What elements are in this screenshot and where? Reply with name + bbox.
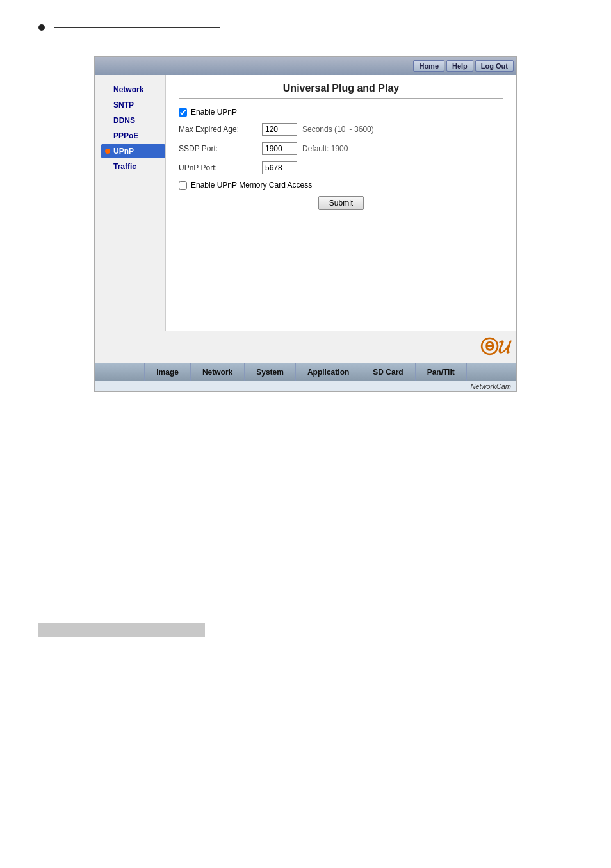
sidebar-item-pppoe[interactable]: PPPoE: [101, 129, 165, 143]
enable-upnp-label: Enable UPnP: [191, 108, 237, 117]
nav-system[interactable]: System: [245, 363, 296, 381]
camera-ui-box: Home Help Log Out Network SNTP DDNS: [94, 56, 517, 392]
max-expired-age-label: Max Expired Age:: [179, 125, 262, 134]
sidebar-item-sntp[interactable]: SNTP: [101, 98, 165, 112]
sidebar-item-upnp[interactable]: UPnP: [101, 144, 165, 158]
max-expired-age-input[interactable]: [262, 123, 297, 136]
max-expired-age-hint: Seconds (10 ~ 3600): [302, 125, 374, 134]
home-button[interactable]: Home: [413, 60, 444, 72]
ssdp-port-input[interactable]: [262, 142, 297, 155]
content-area: Network SNTP DDNS PPPoE UPnP: [95, 75, 516, 331]
nav-image[interactable]: Image: [144, 363, 191, 381]
top-bullet-icon: [38, 24, 45, 31]
bottom-nav: Image Network System Application SD Card…: [95, 363, 516, 381]
lower-content: [0, 392, 611, 662]
top-underline: [54, 27, 220, 28]
sidebar-item-traffic[interactable]: Traffic: [101, 160, 165, 174]
nav-sdcard[interactable]: SD Card: [361, 363, 415, 381]
enable-upnp-checkbox[interactable]: [179, 108, 187, 117]
enable-upnp-row: Enable UPnP: [179, 108, 503, 117]
nav-pantilt[interactable]: Pan/Tilt: [416, 363, 467, 381]
logout-button[interactable]: Log Out: [475, 60, 514, 72]
upnp-port-label: UPnP Port:: [179, 163, 262, 172]
lower-gray-bar: [38, 623, 205, 637]
brand-footer: NetworkCam: [95, 381, 516, 391]
main-content: Universal Plug and Play Enable UPnP Max …: [165, 75, 516, 331]
brand-name: NetworkCam: [470, 382, 511, 390]
brand-logo-icon: ⓔ𝓤: [480, 335, 510, 359]
submit-row: Submit: [179, 196, 503, 210]
top-bullet-area: [0, 13, 611, 37]
page-title: Universal Plug and Play: [179, 83, 503, 94]
ssdp-port-row: SSDP Port: Default: 1900: [179, 142, 503, 155]
nav-network[interactable]: Network: [191, 363, 245, 381]
ssdp-port-label: SSDP Port:: [179, 144, 262, 153]
enable-memory-row: Enable UPnP Memory Card Access: [179, 181, 503, 190]
title-divider: [179, 98, 503, 99]
sidebar: Network SNTP DDNS PPPoE UPnP: [95, 75, 165, 331]
max-expired-age-row: Max Expired Age: Seconds (10 ~ 3600): [179, 123, 503, 136]
sidebar-bullet-upnp: [105, 149, 110, 154]
help-button[interactable]: Help: [446, 60, 473, 72]
nav-application[interactable]: Application: [296, 363, 361, 381]
upnp-port-row: UPnP Port:: [179, 161, 503, 174]
sidebar-item-ddns[interactable]: DDNS: [101, 113, 165, 127]
top-bar: Home Help Log Out: [95, 57, 516, 75]
enable-memory-label: Enable UPnP Memory Card Access: [191, 181, 312, 190]
page-wrapper: Home Help Log Out Network SNTP DDNS: [0, 0, 611, 868]
upnp-port-input[interactable]: [262, 161, 297, 174]
sidebar-item-network[interactable]: Network: [101, 83, 165, 97]
logo-area: ⓔ𝓤: [95, 331, 516, 363]
ssdp-port-hint: Default: 1900: [302, 144, 348, 153]
submit-button[interactable]: Submit: [318, 196, 364, 210]
enable-memory-checkbox[interactable]: [179, 181, 187, 190]
